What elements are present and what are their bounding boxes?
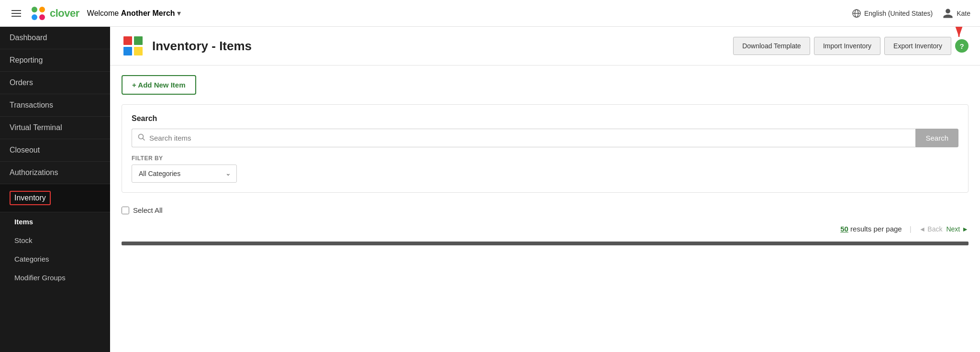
language-label: English (United States) — [864, 10, 933, 17]
sidebar-item-label: Orders — [10, 78, 33, 87]
sidebar-item-orders[interactable]: Orders — [0, 72, 110, 94]
search-input-wrap — [132, 129, 915, 147]
top-header: clover Welcome Another Merch▾ English (U… — [0, 0, 980, 27]
sidebar-subitem-modifier-groups[interactable]: Modifier Groups — [0, 268, 110, 287]
sidebar-subitem-label: Categories — [14, 255, 49, 263]
content-body: + Add New Item Search S — [110, 66, 980, 255]
results-per-page-label: results per page — [850, 225, 902, 233]
next-button[interactable]: Next ► — [946, 225, 969, 233]
page-header: Inventory - Items Download Template Impo… — [110, 27, 980, 66]
header-left: clover Welcome Another Merch▾ — [10, 6, 181, 21]
clover-logo-text: clover — [50, 7, 79, 20]
globe-icon — [852, 9, 861, 18]
sidebar-item-dashboard[interactable]: Dashboard — [0, 27, 110, 49]
sidebar-item-authorizations[interactable]: Authorizations — [0, 162, 110, 184]
sidebar-subitem-label: Items — [14, 218, 33, 226]
page-actions: Download Template Import Inventory Expor… — [733, 37, 969, 55]
category-filter-select[interactable]: All Categories — [132, 165, 237, 183]
sidebar: Dashboard Reporting Orders Transactions … — [0, 27, 110, 352]
sidebar-item-label: Reporting — [10, 56, 43, 64]
search-icon — [138, 133, 145, 143]
select-all-row: Select All — [122, 200, 969, 220]
add-new-item-button[interactable]: + Add New Item — [122, 75, 196, 95]
page-title: Inventory - Items — [152, 39, 252, 54]
sidebar-item-label: Virtual Terminal — [10, 123, 62, 132]
sidebar-inventory-label: Inventory — [10, 191, 51, 205]
pagination-nav: ◄ Back Next ► — [919, 225, 969, 233]
welcome-text: Welcome Another Merch▾ — [87, 9, 181, 18]
sidebar-item-transactions[interactable]: Transactions — [0, 94, 110, 117]
pagination-row: 50 results per page | ◄ Back Next ► — [122, 220, 969, 238]
svg-rect-8 — [134, 36, 143, 45]
import-inventory-button[interactable]: Import Inventory — [814, 37, 880, 55]
results-count[interactable]: 50 — [840, 225, 848, 233]
back-button[interactable]: ◄ Back — [919, 225, 943, 233]
svg-rect-2 — [32, 14, 37, 20]
hamburger-menu[interactable] — [10, 8, 23, 19]
sidebar-item-virtual-terminal[interactable]: Virtual Terminal — [0, 117, 110, 139]
sidebar-item-label: Dashboard — [10, 33, 47, 42]
sidebar-item-reporting[interactable]: Reporting — [0, 49, 110, 72]
sidebar-item-label: Authorizations — [10, 168, 58, 176]
main-layout: Dashboard Reporting Orders Transactions … — [0, 27, 980, 352]
pagination-divider: | — [910, 225, 912, 233]
table-header-bar — [122, 242, 969, 245]
svg-rect-0 — [32, 7, 37, 12]
sidebar-subitem-label: Stock — [14, 236, 33, 244]
svg-rect-1 — [39, 7, 45, 12]
user-icon — [942, 8, 954, 19]
results-per-page: 50 results per page — [840, 225, 902, 233]
sidebar-item-closeout[interactable]: Closeout — [0, 139, 110, 162]
search-input[interactable] — [149, 134, 910, 142]
download-template-button[interactable]: Download Template — [733, 37, 810, 55]
logo: clover — [31, 6, 79, 21]
user-name: Kate — [957, 10, 970, 17]
sidebar-item-label: Transactions — [10, 101, 53, 109]
sidebar-item-inventory[interactable]: Inventory — [0, 184, 110, 212]
sidebar-subitem-items[interactable]: Items — [0, 212, 110, 231]
sidebar-item-label: Closeout — [10, 146, 40, 154]
clover-logo-icon — [31, 6, 46, 21]
merchant-name: Another Merch — [121, 9, 175, 17]
search-button[interactable]: Search — [915, 129, 958, 147]
sidebar-subitem-label: Modifier Groups — [14, 274, 66, 282]
content-area: Inventory - Items Download Template Impo… — [110, 27, 980, 352]
language-selector[interactable]: English (United States) — [852, 9, 933, 18]
svg-rect-10 — [134, 47, 143, 55]
sidebar-subitem-stock[interactable]: Stock — [0, 231, 110, 250]
svg-rect-7 — [123, 36, 132, 45]
svg-line-14 — [143, 139, 145, 141]
svg-rect-9 — [123, 47, 132, 55]
merchant-dropdown[interactable]: ▾ — [177, 9, 181, 17]
svg-rect-3 — [39, 14, 45, 20]
filter-select-wrap: All Categories — [132, 165, 237, 183]
welcome-prefix: Welcome — [87, 9, 121, 17]
filter-by-label: FILTER BY — [132, 155, 958, 162]
sidebar-subitem-categories[interactable]: Categories — [0, 250, 110, 268]
user-menu[interactable]: Kate — [942, 8, 970, 19]
page-title-area: Inventory - Items — [122, 34, 252, 57]
search-row: Search — [132, 129, 958, 147]
red-arrow-annotation — [945, 27, 973, 46]
select-all-checkbox[interactable] — [122, 207, 129, 214]
inventory-icon — [122, 34, 145, 57]
select-all-label: Select All — [133, 206, 163, 214]
search-heading: Search — [132, 114, 958, 123]
header-right: English (United States) Kate — [852, 8, 970, 19]
export-inventory-button[interactable]: Export Inventory — [884, 37, 951, 55]
search-section: Search Search FILTE — [122, 104, 969, 193]
